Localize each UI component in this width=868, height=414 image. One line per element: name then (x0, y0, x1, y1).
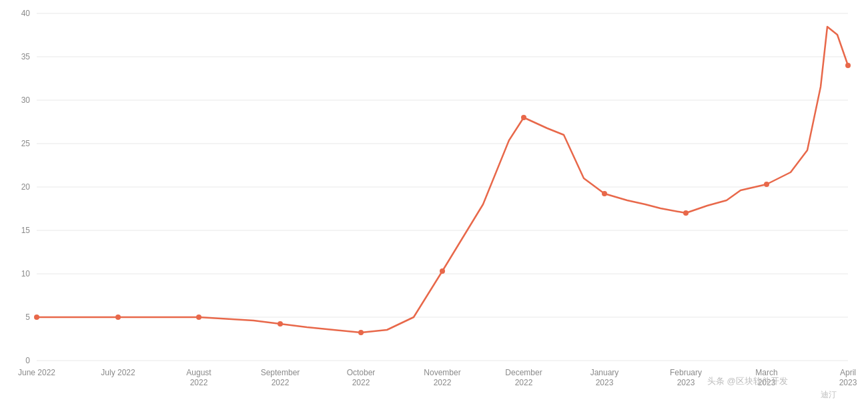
x-label-november2022-2: 2022 (434, 378, 452, 387)
x-label-december2022-2: 2022 (515, 378, 533, 387)
x-label-april2023: April (840, 368, 856, 377)
x-label-january2023: January (590, 368, 619, 377)
y-label-5: 5 (25, 313, 30, 322)
watermark-line1: 头条 @区块软件开发 (707, 376, 788, 386)
x-label-october2022-2: 2022 (352, 378, 370, 387)
x-label-november2022: November (424, 368, 460, 377)
line-chart: 0 5 10 15 20 25 30 35 40 June 2022 July … (0, 0, 868, 414)
x-label-april2023-2: 2023 (839, 378, 857, 387)
x-label-february2023: February (670, 368, 702, 377)
y-label-20: 20 (21, 182, 31, 192)
dot-november2022 (440, 268, 445, 274)
y-label-10: 10 (21, 269, 31, 278)
dot-june2022 (34, 315, 39, 320)
dot-july2022 (115, 315, 121, 320)
chart-container: 0 5 10 15 20 25 30 35 40 June 2022 July … (0, 0, 868, 414)
dot-december2022 (521, 115, 526, 120)
dot-august2022 (196, 315, 201, 320)
y-label-0: 0 (25, 356, 30, 365)
x-label-december2022: December (505, 368, 542, 377)
y-label-15: 15 (21, 226, 31, 235)
x-label-august2022-2: 2022 (190, 378, 208, 387)
dot-march2023 (764, 182, 769, 187)
x-label-july2022: July 2022 (101, 368, 135, 377)
dot-october2022 (358, 330, 364, 335)
y-label-40: 40 (21, 9, 31, 18)
x-label-january2023-2: 2023 (596, 378, 614, 387)
y-label-35: 35 (21, 52, 31, 61)
dot-september2022 (278, 321, 283, 327)
dot-january2023 (602, 191, 607, 196)
y-label-30: 30 (21, 95, 31, 105)
x-label-september2022: September (261, 368, 300, 377)
watermark-line2: 迪汀 (821, 390, 837, 399)
x-label-june2022: June 2022 (18, 368, 55, 377)
x-label-february2023-2: 2023 (677, 378, 695, 387)
data-line (37, 27, 848, 333)
dot-february2023 (683, 210, 689, 216)
y-label-25: 25 (21, 139, 31, 148)
x-label-september2022-2: 2022 (272, 378, 290, 387)
dot-april2023 (845, 63, 851, 68)
x-label-august2022: August (186, 368, 211, 377)
x-label-october2022: October (347, 368, 376, 377)
